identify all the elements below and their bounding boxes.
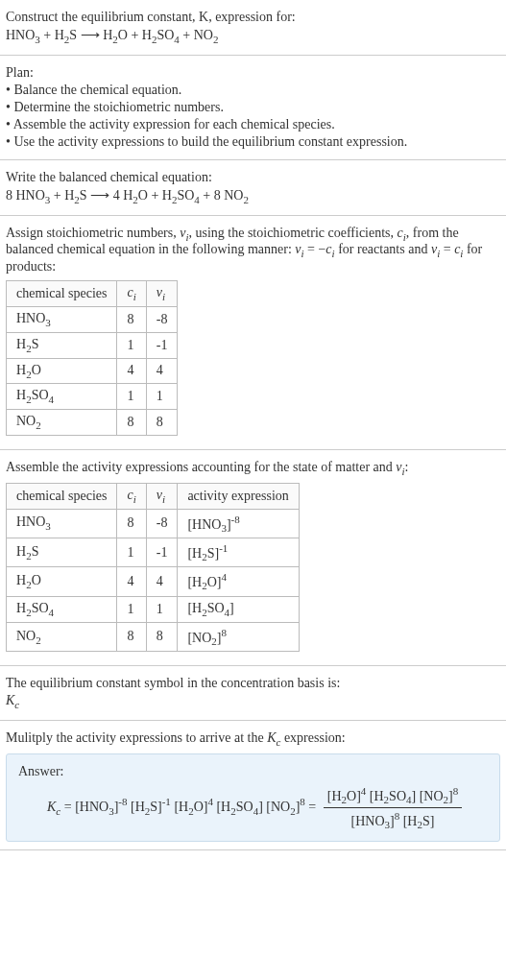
plan-title: Plan: <box>6 65 500 81</box>
table-header-row: chemical species ci νi <box>7 281 178 307</box>
cell-ci: 4 <box>117 358 146 384</box>
cell-activity: [NO2]8 <box>178 622 299 651</box>
table-row: HNO38-8[HNO3]-8 <box>7 509 300 538</box>
symbol-section: The equilibrium constant symbol in the c… <box>0 666 506 721</box>
cell-activity: [H2O]4 <box>178 567 299 596</box>
kc-expression: Kc = [HNO3]-8 [H2S]-1 [H2O]4 [H2SO4] [NO… <box>18 785 488 831</box>
stoich-section: Assign stoichiometric numbers, νi, using… <box>0 216 506 450</box>
cell-vi: -1 <box>146 332 178 358</box>
kc-fraction: [H2O]4 [H2SO4] [NO2]8[HNO3]8 [H2S] <box>324 785 462 831</box>
col-ci: ci <box>117 281 146 307</box>
table-row: H2O44[H2O]4 <box>7 567 300 596</box>
plan-item: • Assemble the activity expression for e… <box>6 117 500 132</box>
table-row: H2SO411[H2SO4] <box>7 596 300 622</box>
cell-activity: [HNO3]-8 <box>178 509 299 538</box>
col-species: chemical species <box>7 483 117 509</box>
col-vi: νi <box>146 281 178 307</box>
cell-ci: 8 <box>117 622 146 651</box>
prompt-section: Construct the equilibrium constant, K, e… <box>0 0 506 56</box>
cell-species: H2S <box>7 538 117 567</box>
cell-ci: 1 <box>117 538 146 567</box>
table-row: NO288[NO2]8 <box>7 622 300 651</box>
cell-ci: 1 <box>117 384 146 410</box>
cell-vi: 4 <box>146 358 178 384</box>
cell-vi: 8 <box>146 622 178 651</box>
symbol-intro: The equilibrium constant symbol in the c… <box>6 676 500 691</box>
cell-species: NO2 <box>7 410 117 436</box>
prompt-equation: HNO3 + H2S ⟶ H2O + H2SO4 + NO2 <box>6 27 500 45</box>
table-row: H2SO411 <box>7 384 178 410</box>
cell-ci: 1 <box>117 332 146 358</box>
table-row: H2S1-1[H2S]-1 <box>7 538 300 567</box>
col-activity: activity expression <box>178 483 299 509</box>
cell-ci: 4 <box>117 567 146 596</box>
cell-vi: 1 <box>146 384 178 410</box>
table-row: NO288 <box>7 410 178 436</box>
kc-denominator: [HNO3]8 [H2S] <box>324 808 462 830</box>
answer-box: Answer: Kc = [HNO3]-8 [H2S]-1 [H2O]4 [H2… <box>6 753 500 842</box>
cell-species: H2SO4 <box>7 596 117 622</box>
cell-vi: -1 <box>146 538 178 567</box>
balanced-section: Write the balanced chemical equation: 8 … <box>0 160 506 216</box>
kc-numerator: [H2O]4 [H2SO4] [NO2]8 <box>324 785 462 808</box>
cell-ci: 8 <box>117 306 146 332</box>
cell-activity: [H2S]-1 <box>178 538 299 567</box>
col-ci: ci <box>117 483 146 509</box>
plan-section: Plan: • Balance the chemical equation. •… <box>0 56 506 160</box>
prompt-line1: Construct the equilibrium constant, K, e… <box>6 10 500 25</box>
cell-species: NO2 <box>7 622 117 651</box>
symbol-kc: Kc <box>6 693 500 710</box>
table-header-row: chemical species ci νi activity expressi… <box>7 483 300 509</box>
cell-ci: 1 <box>117 596 146 622</box>
balanced-title: Write the balanced chemical equation: <box>6 170 500 185</box>
kc-lhs: Kc = [HNO3]-8 [H2S]-1 [H2O]4 [H2SO4] [NO… <box>47 800 320 814</box>
activity-table: chemical species ci νi activity expressi… <box>6 483 300 652</box>
cell-vi: 1 <box>146 596 178 622</box>
cell-vi: 4 <box>146 567 178 596</box>
cell-vi: -8 <box>146 306 178 332</box>
table-row: HNO38-8 <box>7 306 178 332</box>
balanced-equation: 8 HNO3 + H2S ⟶ 4 H2O + H2SO4 + 8 NO2 <box>6 187 500 205</box>
plan-item: • Balance the chemical equation. <box>6 83 500 98</box>
col-vi: νi <box>146 483 178 509</box>
activity-intro: Assemble the activity expressions accoun… <box>6 460 500 477</box>
table-row: H2S1-1 <box>7 332 178 358</box>
cell-species: H2SO4 <box>7 384 117 410</box>
final-intro: Mulitply the activity expressions to arr… <box>6 730 500 748</box>
cell-ci: 8 <box>117 410 146 436</box>
cell-vi: 8 <box>146 410 178 436</box>
plan-item: • Determine the stoichiometric numbers. <box>6 100 500 115</box>
col-species: chemical species <box>7 281 117 307</box>
final-section: Mulitply the activity expressions to arr… <box>0 721 506 850</box>
cell-species: H2O <box>7 358 117 384</box>
stoich-intro: Assign stoichiometric numbers, νi, using… <box>6 226 500 275</box>
stoich-table: chemical species ci νi HNO38-8 H2S1-1 H2… <box>6 280 178 436</box>
plan-item: • Use the activity expressions to build … <box>6 134 500 150</box>
cell-species: H2O <box>7 567 117 596</box>
activity-section: Assemble the activity expressions accoun… <box>0 450 506 666</box>
cell-species: H2S <box>7 332 117 358</box>
cell-species: HNO3 <box>7 509 117 538</box>
answer-label: Answer: <box>18 764 488 779</box>
cell-vi: -8 <box>146 509 178 538</box>
cell-ci: 8 <box>117 509 146 538</box>
cell-species: HNO3 <box>7 306 117 332</box>
table-row: H2O44 <box>7 358 178 384</box>
cell-activity: [H2SO4] <box>178 596 299 622</box>
